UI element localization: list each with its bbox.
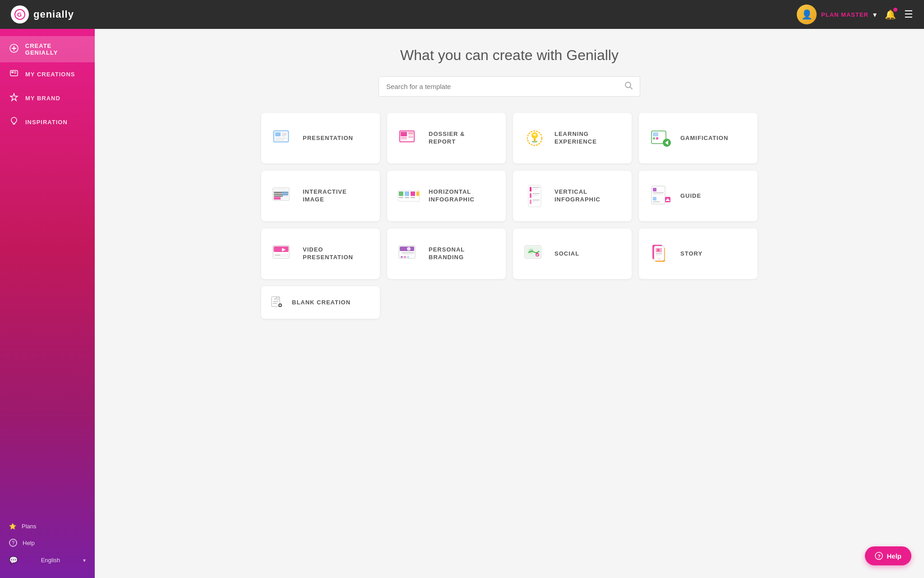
inspiration-icon: [9, 117, 19, 128]
sidebar-bottom: ⭐ Plans ? Help 💬 English ▾: [0, 513, 95, 578]
notification-dot: [893, 8, 897, 12]
svg-rect-40: [274, 197, 281, 200]
svg-rect-62: [653, 192, 664, 193]
sidebar-item-create[interactable]: CREATE GENIALLY: [0, 36, 95, 62]
svg-rect-53: [532, 189, 538, 190]
gamification-icon: [648, 126, 673, 151]
help-button[interactable]: ? Help: [865, 546, 911, 565]
presentation-label: PRESENTATION: [303, 135, 353, 142]
svg-rect-29: [534, 139, 536, 141]
svg-rect-81: [407, 256, 409, 258]
learning-icon: [522, 126, 547, 151]
user-section[interactable]: 👤 PLAN MASTER ▾: [797, 5, 877, 24]
svg-rect-24: [401, 139, 407, 140]
star-icon: ⭐: [9, 523, 16, 530]
page-title: What you can create with Genially: [113, 47, 906, 64]
sidebar-item-language[interactable]: 💬 English ▾: [0, 551, 95, 569]
dossier-label: DOSSIER & REPORT: [429, 131, 465, 146]
card-personal-branding[interactable]: PERSONAL BRANDING: [387, 228, 506, 279]
card-presentation[interactable]: PRESENTATION: [261, 113, 380, 163]
logo[interactable]: G genially: [11, 5, 74, 23]
main-content: What you can create with Genially: [95, 29, 924, 578]
sidebar-item-creations[interactable]: MY CREATIONS: [0, 62, 95, 86]
interactive-image-label: INTERACTIVE IMAGE: [303, 188, 347, 204]
svg-rect-14: [275, 132, 281, 136]
sidebar-item-inspiration[interactable]: INSPIRATION: [0, 110, 95, 134]
create-icon: [9, 44, 19, 55]
social-label: SOCIAL: [554, 250, 579, 258]
svg-rect-61: [653, 188, 656, 191]
card-vertical-infographic[interactable]: VERTICAL INFOGRAPHIC: [513, 171, 632, 221]
card-video-presentation[interactable]: VIDEO PRESENTATION: [261, 228, 380, 279]
svg-rect-44: [399, 197, 403, 198]
card-blank-creation[interactable]: BLANK CREATION: [261, 286, 380, 319]
card-guide[interactable]: GUIDE: [639, 171, 758, 221]
blank-creation-icon: [270, 295, 285, 310]
language-label: English: [41, 557, 60, 564]
svg-rect-32: [653, 137, 655, 140]
notification-bell[interactable]: 🔔: [885, 9, 896, 20]
card-social[interactable]: SOCIAL: [513, 228, 632, 279]
svg-rect-56: [532, 195, 538, 196]
card-story[interactable]: STORY: [639, 228, 758, 279]
svg-rect-33: [656, 137, 658, 140]
search-bar[interactable]: [379, 76, 640, 97]
svg-rect-65: [653, 201, 660, 202]
gamification-label: GAMIFICATION: [680, 135, 728, 142]
svg-rect-73: [275, 255, 280, 256]
card-learning[interactable]: LEARNING EXPERIENCE: [513, 113, 632, 163]
svg-rect-79: [401, 256, 403, 258]
sidebar-item-plans[interactable]: ⭐ Plans: [0, 518, 95, 534]
svg-rect-80: [404, 256, 406, 258]
svg-rect-91: [656, 253, 662, 254]
svg-point-76: [407, 247, 411, 251]
logo-icon: G: [11, 5, 29, 23]
svg-rect-78: [403, 254, 412, 255]
brand-icon: [9, 93, 19, 104]
svg-point-90: [657, 249, 660, 252]
chevron-down-icon[interactable]: ▾: [873, 10, 877, 19]
guide-label: GUIDE: [680, 192, 701, 200]
svg-rect-19: [275, 140, 284, 140]
svg-rect-57: [530, 200, 531, 204]
topbar: G genially 👤 PLAN MASTER ▾ 🔔 ☰: [0, 0, 924, 29]
svg-rect-22: [401, 132, 407, 136]
story-icon: [648, 241, 673, 266]
svg-rect-18: [275, 138, 287, 139]
sidebar-item-create-label: CREATE GENIALLY: [25, 42, 86, 56]
interactive-image-icon: [270, 183, 296, 209]
learning-label: LEARNING EXPERIENCE: [554, 131, 597, 146]
sidebar-item-creations-label: MY CREATIONS: [25, 71, 75, 78]
help-button-label: Help: [887, 552, 901, 560]
social-icon: [522, 241, 547, 266]
horizontal-infographic-icon: [396, 183, 421, 209]
svg-rect-31: [653, 132, 658, 136]
help-button-icon: ?: [875, 552, 883, 560]
card-gamification[interactable]: GAMIFICATION: [639, 113, 758, 163]
story-label: STORY: [680, 250, 702, 258]
personal-branding-icon: [396, 241, 421, 266]
sidebar-nav: CREATE GENIALLY MY CREATIONS MY BRAND: [0, 36, 95, 513]
language-icon: 💬: [9, 556, 18, 564]
card-dossier[interactable]: DOSSIER & REPORT: [387, 113, 506, 163]
svg-rect-77: [402, 252, 414, 253]
svg-rect-70: [274, 247, 288, 252]
topbar-right: 👤 PLAN MASTER ▾ 🔔 ☰: [797, 5, 913, 24]
search-input[interactable]: [386, 83, 620, 90]
personal-branding-label: PERSONAL BRANDING: [429, 246, 465, 261]
logo-text: genially: [33, 9, 74, 20]
help-circle-icon: ?: [9, 539, 17, 547]
sidebar-item-brand[interactable]: MY BRAND: [0, 86, 95, 110]
svg-rect-46: [405, 197, 409, 198]
sidebar-item-inspiration-label: INSPIRATION: [25, 119, 68, 126]
presentation-icon: [270, 126, 296, 151]
svg-rect-25: [408, 132, 413, 135]
card-interactive-image[interactable]: INTERACTIVE IMAGE: [261, 171, 380, 221]
plans-label: Plans: [22, 523, 37, 530]
card-horizontal-infographic[interactable]: HORIZONTAL INFOGRAPHIC: [387, 171, 506, 221]
sidebar-item-brand-label: MY BRAND: [25, 95, 60, 102]
language-chevron-icon: ▾: [83, 557, 86, 564]
hamburger-menu-icon[interactable]: ☰: [904, 9, 913, 20]
sidebar-item-help[interactable]: ? Help: [0, 534, 95, 551]
vertical-infographic-label: VERTICAL INFOGRAPHIC: [554, 188, 601, 204]
